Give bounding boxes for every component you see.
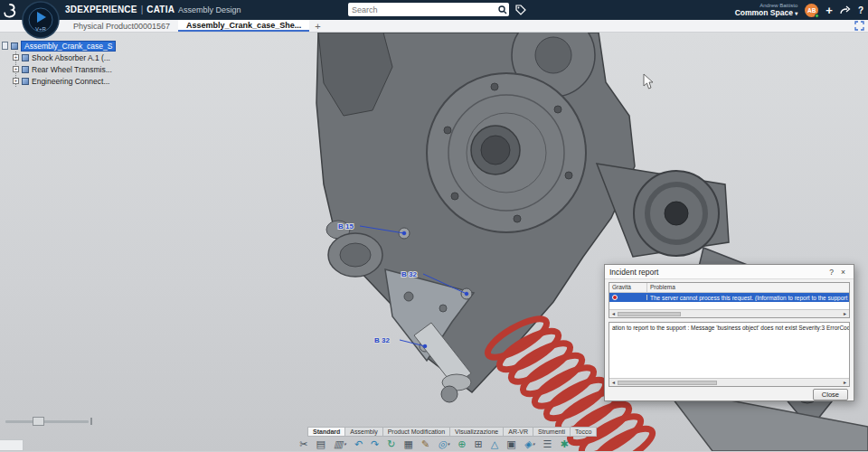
catia-window: V+R 3DEXPERIENCE | CATIA Assembly Design…: [0, 0, 868, 452]
settings-icon[interactable]: ✱: [560, 438, 568, 451]
expander-icon[interactable]: +: [13, 54, 19, 61]
slider-thumb[interactable]: [33, 417, 44, 426]
paste-glyph: ▥: [334, 438, 343, 451]
tree-root-icon: [2, 42, 8, 50]
column-gravita[interactable]: Gravità: [609, 283, 647, 292]
tree-item-label[interactable]: Shock Absorber A.1 (...: [32, 53, 110, 62]
section-icon[interactable]: ▣: [506, 438, 515, 451]
expander-icon[interactable]: +: [13, 66, 19, 72]
tree-list-icon[interactable]: ☰: [543, 438, 552, 451]
dassault-logo: [3, 3, 17, 20]
ribbon-tab-strumenti[interactable]: Strumenti: [533, 427, 570, 437]
dialog-title: Incident report: [609, 268, 826, 277]
measure-icon[interactable]: △: [491, 438, 498, 451]
avatar-initials: AB: [807, 7, 816, 14]
update-icon[interactable]: ↻: [387, 438, 395, 451]
close-button[interactable]: Close: [813, 389, 848, 400]
clutch-housing[interactable]: [427, 73, 586, 232]
app-title: 3DEXPERIENCE | CATIA Assembly Design: [65, 5, 241, 14]
action-bar: ✂ ▤ ▥▾ ↶ ↷ ↻ ▦ ✎ ◎▾ ⊕ ⊞ △ ▣ ◈▾ ☰ ✱: [299, 438, 568, 451]
scrollbar-thumb[interactable]: [618, 312, 681, 316]
chevron-down-icon[interactable]: ▾: [533, 438, 535, 451]
ribbon-tab-bar: Standard Assembly Product Modification V…: [307, 427, 597, 437]
ribbon-tab-standard[interactable]: Standard: [307, 427, 344, 437]
incident-message: The server cannot process this request. …: [647, 295, 849, 301]
top-bar: V+R 3DEXPERIENCE | CATIA Assembly Design…: [0, 0, 868, 20]
ribbon-tab-assembly[interactable]: Assembly: [344, 427, 382, 437]
detail-text: ation to report to the support : Message…: [609, 323, 849, 378]
tree-item-rear-wheel[interactable]: + Rear Wheel Transmis...: [13, 63, 116, 75]
render-style-icon[interactable]: ◈▾: [524, 438, 535, 451]
insert-icon[interactable]: ⊕: [458, 438, 466, 451]
chevron-down-icon[interactable]: ▾: [448, 438, 450, 451]
search-input[interactable]: [348, 5, 495, 14]
dialog-help-button[interactable]: ?: [826, 268, 837, 277]
undo-icon[interactable]: ↶: [354, 438, 363, 451]
part-icon: [22, 66, 29, 73]
status-corner: [0, 439, 24, 451]
chevron-down-icon[interactable]: ▾: [344, 438, 346, 451]
add-content-button[interactable]: +: [826, 4, 833, 17]
scroll-left-icon[interactable]: ◂: [609, 310, 618, 317]
ribbon-tab-tocco[interactable]: Tocco: [570, 427, 597, 437]
tree-item-shock-absorber[interactable]: + Shock Absorber A.1 (...: [13, 52, 116, 63]
dialog-close-icon[interactable]: ×: [837, 268, 849, 277]
help-button[interactable]: ?: [858, 5, 863, 15]
scroll-right-icon[interactable]: ▸: [841, 379, 849, 386]
column-problema[interactable]: Problema: [647, 283, 849, 292]
grid-icon[interactable]: ⊞: [475, 438, 483, 451]
cut-icon[interactable]: ✂: [299, 438, 307, 451]
avatar[interactable]: AB: [805, 4, 818, 17]
ribbon-tab-ar-vr[interactable]: AR-VR: [503, 427, 533, 437]
ribbon-tab-visualizzazione[interactable]: Visualizzazione: [449, 427, 503, 437]
ribbon-tab-product-modification[interactable]: Product Modification: [382, 427, 449, 437]
scroll-left-icon[interactable]: ◂: [609, 379, 618, 386]
expander-icon[interactable]: +: [13, 78, 19, 84]
tree-item-root[interactable]: Assembly_Crank_case_S: [2, 40, 116, 52]
brand-name: 3DEXPERIENCE: [65, 5, 137, 14]
redo-icon[interactable]: ↷: [371, 438, 379, 451]
tab-physical-product[interactable]: Physical Product00001567: [65, 20, 178, 32]
dialog-title-bar[interactable]: Incident report ? ×: [605, 265, 854, 279]
maximize-icon[interactable]: [854, 21, 864, 33]
compass-icon[interactable]: V+R: [22, 1, 60, 39]
share-icon[interactable]: [840, 5, 851, 16]
copy-icon[interactable]: ▤: [316, 438, 326, 451]
paste-icon[interactable]: ▥▾: [334, 438, 346, 451]
chevron-down-icon: ▾: [795, 11, 797, 16]
dimension-label[interactable]: B 32: [374, 336, 390, 344]
incident-table: Gravità Problema The server cannot proce…: [609, 282, 850, 318]
detail-scrollbar[interactable]: ◂ ▸: [609, 378, 849, 386]
dimension-label[interactable]: B 32: [401, 270, 417, 278]
tree-item-label[interactable]: Engineering Connect...: [32, 77, 109, 86]
edit-icon[interactable]: ✎: [421, 438, 429, 451]
tag-icon[interactable]: [515, 5, 526, 17]
tree-item-label[interactable]: Rear Wheel Transmis...: [32, 65, 112, 74]
3d-viewport[interactable]: B 15 B 32 B 32 Assembly_Crank_case_S + S…: [0, 33, 868, 451]
dialog-body: Gravità Problema The server cannot proce…: [605, 279, 854, 401]
header-right-cluster: Andrew Battisto Common Space ▾ AB + ?: [735, 0, 863, 20]
save-icon[interactable]: ▦: [404, 438, 413, 451]
tab-assembly-crank-case[interactable]: Assembly_Crank_case_She...: [178, 20, 309, 32]
tree-item-label[interactable]: Assembly_Crank_case_S: [21, 41, 116, 52]
pulley[interactable]: [634, 171, 719, 256]
slider-track[interactable]: [5, 420, 89, 423]
scrollbar-thumb[interactable]: [618, 381, 717, 385]
incident-report-dialog: Incident report ? × Gravità Problema The…: [604, 264, 854, 401]
dimension-label[interactable]: B 15: [338, 222, 354, 231]
scroll-right-icon[interactable]: ▸: [841, 310, 849, 317]
part-icon: [22, 54, 29, 61]
constraint-icon[interactable]: ◎▾: [438, 438, 449, 451]
search-bar: [348, 3, 509, 16]
zoom-slider[interactable]: [5, 416, 92, 427]
table-scrollbar[interactable]: ◂ ▸: [609, 309, 849, 317]
incident-row[interactable]: The server cannot process this request. …: [609, 293, 849, 302]
document-tab-bar: Physical Product00001567 Assembly_Crank_…: [0, 20, 868, 33]
add-tab-button[interactable]: +: [309, 20, 326, 32]
mouse-cursor: [644, 74, 653, 89]
tree-item-engineering-connections[interactable]: + Engineering Connect...: [13, 75, 116, 87]
dialog-footer: Close: [609, 387, 850, 401]
specification-tree: Assembly_Crank_case_S + Shock Absorber A…: [2, 40, 116, 87]
user-info[interactable]: Andrew Battisto Common Space ▾: [735, 3, 798, 17]
search-icon[interactable]: [495, 5, 509, 14]
